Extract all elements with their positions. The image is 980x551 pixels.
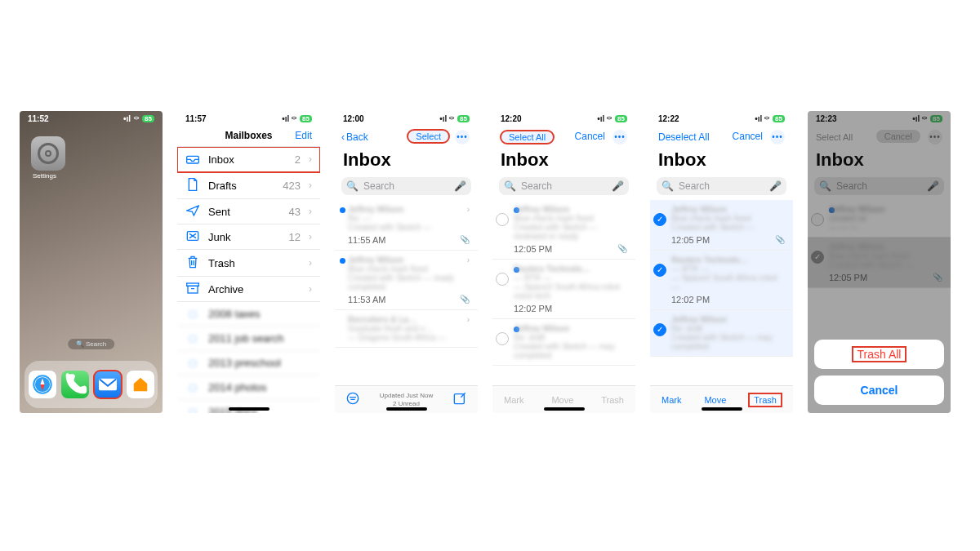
navbar: Mailboxes Edit <box>177 125 320 147</box>
trash-button[interactable]: Trash <box>749 393 782 407</box>
unread-dot-icon <box>340 258 345 264</box>
mailbox-label: Junk <box>208 231 281 243</box>
home-app-icon[interactable] <box>127 371 154 398</box>
clock: 12:20 <box>501 114 522 123</box>
home-indicator[interactable] <box>702 407 742 411</box>
clock: 11:57 <box>185 114 207 123</box>
search-input[interactable]: 🔍 Search 🎤 <box>341 177 471 195</box>
dock <box>24 361 158 408</box>
gear-icon <box>38 143 59 164</box>
cancel-button[interactable]: Cancel <box>733 131 763 142</box>
home-indicator[interactable] <box>386 407 427 411</box>
account-mailboxes-blurred: ▢2008 taxes ▢2011 job search ▢2013 presc… <box>177 302 320 413</box>
message-row[interactable]: Jeffrey Wilson Re: draft Created with Sk… <box>492 319 635 366</box>
filter-button[interactable] <box>346 392 359 407</box>
message-row[interactable]: Jeffrey Wilson› Re: — Created with Sketc… <box>335 200 478 251</box>
search-input[interactable]: 🔍Search🎤 <box>499 177 629 195</box>
move-button[interactable]: Move <box>704 395 726 405</box>
more-button[interactable]: ••• <box>770 130 785 144</box>
message-row[interactable]: Jeffrey Wilson Blue check mark fixed Cre… <box>492 200 635 260</box>
mailbox-row-inbox[interactable]: Inbox 2 › <box>177 147 320 172</box>
mic-icon[interactable]: 🎤 <box>612 180 624 192</box>
mailbox-row-junk[interactable]: Junk 12 › <box>177 224 320 250</box>
magnify-icon: 🔍 <box>346 180 359 192</box>
page-title: Inbox <box>492 149 635 174</box>
mailbox-row-sent[interactable]: Sent 43 › <box>177 199 320 224</box>
mail-app-icon[interactable] <box>94 371 122 398</box>
timestamp: 11:55 AM <box>348 235 385 245</box>
compose-button[interactable] <box>453 392 466 407</box>
battery-icon: 85 <box>142 115 154 122</box>
magnify-icon: 🔍 <box>504 180 516 192</box>
mailbox-count: 12 <box>289 231 301 243</box>
list-item[interactable]: ▢2014 photos <box>177 375 320 400</box>
mic-icon[interactable]: 🎤 <box>769 180 782 192</box>
list-item[interactable]: ▢2011 job search <box>177 327 320 351</box>
select-button[interactable]: Select <box>408 130 449 143</box>
mailbox-label: Archive <box>208 283 301 295</box>
mic-icon[interactable]: 🎤 <box>454 180 466 192</box>
home-indicator[interactable] <box>229 407 270 411</box>
chevron-right-icon: › <box>309 231 312 242</box>
mailbox-row-archive[interactable]: Archive › <box>177 277 320 302</box>
message-row[interactable]: ✓ Jeffrey Wilson Blue check mark fixed C… <box>650 200 793 251</box>
mailbox-count: 423 <box>283 180 301 192</box>
attachment-icon: 📎 <box>460 235 470 245</box>
message-row[interactable]: Recruiters & La…› Graduate fresh and v… … <box>335 310 478 348</box>
edit-button[interactable]: Edit <box>295 130 312 141</box>
select-circle[interactable] <box>496 332 509 345</box>
page-title: Inbox <box>650 149 793 174</box>
clock: 12:00 <box>343 114 364 123</box>
mailbox-row-drafts[interactable]: Drafts 423 › <box>177 172 320 199</box>
mailbox-row-trash[interactable]: Trash › <box>177 250 320 277</box>
safari-app-icon[interactable] <box>29 371 56 398</box>
spotlight-search[interactable]: 🔍 Search <box>68 339 115 349</box>
message-row[interactable]: Jeffrey Wilson› Blue check mark fixed Cr… <box>335 251 478 310</box>
chevron-right-icon: › <box>309 153 312 165</box>
mailbox-label: Trash <box>208 257 301 269</box>
mailbox-label: Inbox <box>208 153 287 166</box>
attachment-icon: 📎 <box>775 235 785 245</box>
list-item[interactable]: ▢2008 taxes <box>177 302 320 327</box>
list-item[interactable]: ▢2013 preschool <box>177 351 320 375</box>
search-placeholder: Search <box>363 180 394 192</box>
search-input[interactable]: 🔍Search🎤 <box>657 177 786 195</box>
select-circle-checked[interactable]: ✓ <box>653 323 666 336</box>
more-button[interactable]: ••• <box>455 130 470 144</box>
select-circle[interactable] <box>496 213 509 226</box>
status-bar: 11:52 •ıl⌔85 <box>20 111 163 125</box>
archive-icon <box>185 282 200 295</box>
cancel-button[interactable]: Cancel <box>575 131 605 142</box>
select-circle-checked[interactable]: ✓ <box>653 264 666 277</box>
chevron-right-icon: › <box>309 283 312 295</box>
settings-app-label: Settings <box>33 172 163 180</box>
unread-dot-icon <box>340 207 345 213</box>
select-all-button[interactable]: Select All <box>501 131 554 144</box>
settings-app-icon[interactable] <box>31 136 65 171</box>
select-circle-checked[interactable]: ✓ <box>653 213 666 226</box>
trash-all-sheet-screen: 12:23•ıl ⌔ 85 Select All Cancel ••• Inbo… <box>808 111 951 413</box>
message-row[interactable]: ✓ Reuters Technolo… — RTR — — SpaceX Sou… <box>650 251 793 310</box>
attachment-icon: 📎 <box>617 244 627 254</box>
phone-app-icon[interactable] <box>61 371 89 398</box>
message-row[interactable]: ✓ Jeffrey Wilson Re: draft Created with … <box>650 310 793 357</box>
clock: 11:52 <box>28 114 49 123</box>
mailbox-label: Drafts <box>208 180 274 192</box>
battery-icon: 85 <box>457 115 470 122</box>
message-row[interactable]: Reuters Technolo… — RTR — — SpaceX South… <box>492 260 635 319</box>
more-button[interactable]: ••• <box>612 130 627 144</box>
chevron-right-icon: › <box>309 257 312 269</box>
select-circle[interactable] <box>496 273 509 286</box>
deselect-all-button[interactable]: Deselect All <box>658 131 710 143</box>
clock: 12:22 <box>658 114 679 123</box>
list-item[interactable]: ▢2015 docs <box>177 400 320 413</box>
page-title: Mailboxes <box>225 130 272 141</box>
mark-button: Mark <box>504 395 523 405</box>
inbox-select-screen: 12:20•ıl ⌔ 85 Select All Cancel ••• Inbo… <box>492 111 635 413</box>
home-indicator[interactable] <box>544 407 585 411</box>
chevron-right-icon: › <box>309 180 312 191</box>
back-button[interactable]: ‹ Back <box>341 131 368 143</box>
trash-all-button[interactable]: Trash All <box>814 340 944 369</box>
mark-button[interactable]: Mark <box>662 395 681 405</box>
action-sheet-cancel-button[interactable]: Cancel <box>814 375 944 405</box>
